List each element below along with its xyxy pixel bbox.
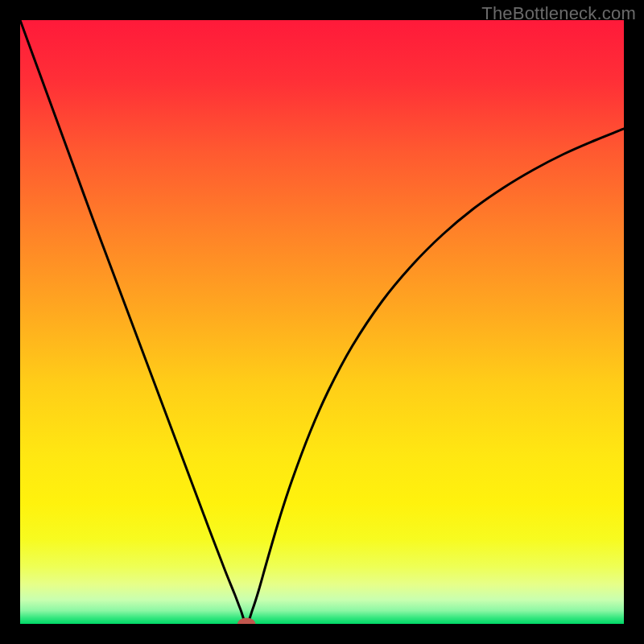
gradient-background bbox=[20, 20, 624, 624]
bottleneck-plot bbox=[20, 20, 624, 624]
plot-area bbox=[20, 20, 624, 624]
watermark-text: TheBottleneck.com bbox=[481, 3, 636, 24]
chart-frame: TheBottleneck.com bbox=[0, 0, 644, 644]
